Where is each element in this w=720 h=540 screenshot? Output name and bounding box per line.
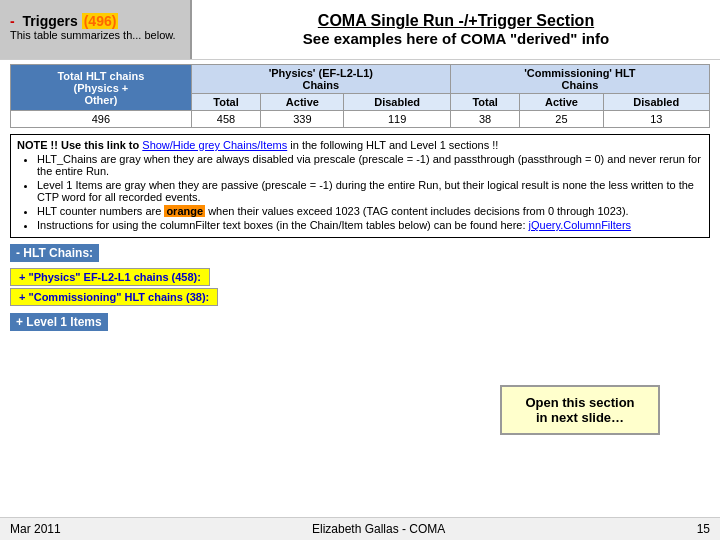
summary-table: Total HLT chains(Physics +Other) 'Physic… (10, 64, 710, 128)
commissioning-chain-item[interactable]: + "Commissioning" HLT chains (38): (10, 288, 218, 306)
note-title: NOTE !! Use this link to (17, 139, 142, 151)
cell-physics-disabled: 119 (344, 111, 450, 128)
triggers-title: - Triggers (496) (10, 13, 180, 29)
orange-label: orange (164, 205, 205, 217)
col-sub-total2: Total (450, 94, 520, 111)
col-sub-disabled2: Disabled (603, 94, 709, 111)
show-hide-link[interactable]: Show/Hide grey Chains/Items (142, 139, 287, 151)
header-title-line1: COMA Single Run -/+Trigger Section (318, 12, 594, 30)
cell-comm-total: 38 (450, 111, 520, 128)
jquery-filters-link[interactable]: jQuery.ColumnFilters (529, 219, 632, 231)
col-header-physics: 'Physics' (EF-L2-L1)Chains (191, 65, 450, 94)
footer-author: Elizabeth Gallas - COMA (312, 522, 445, 536)
top-header: - Triggers (496) This table summarizes t… (0, 0, 720, 60)
top-left-panel: - Triggers (496) This table summarizes t… (0, 0, 190, 59)
note-list: HLT_Chains are gray when they are always… (17, 153, 703, 231)
main-content: Total HLT chains(Physics +Other) 'Physic… (0, 60, 720, 517)
triggers-count: (496) (82, 13, 119, 29)
note-item-2: Level 1 Items are gray when they are pas… (37, 179, 703, 203)
col-header-commissioning: 'Commissioning' HLTChains (450, 65, 709, 94)
footer: Mar 2011 Elizabeth Gallas - COMA 15 (0, 517, 720, 540)
cell-total-hlt: 496 (11, 111, 192, 128)
note-item-4: Instructions for using the columnFilter … (37, 219, 703, 231)
top-right-panel: COMA Single Run -/+Trigger Section See e… (190, 0, 720, 59)
footer-page-number: 15 (697, 522, 710, 536)
col-header-total-hlt: Total HLT chains(Physics +Other) (11, 65, 192, 111)
table-row: 496 458 339 119 38 25 13 (11, 111, 710, 128)
note-item-3: HLT counter numbers are orange when thei… (37, 205, 703, 217)
col-sub-total1: Total (191, 94, 261, 111)
callout-line1: Open this section (514, 395, 646, 410)
note-section: NOTE !! Use this link to Show/Hide grey … (10, 134, 710, 238)
cell-comm-disabled: 13 (603, 111, 709, 128)
footer-date: Mar 2011 (10, 522, 61, 536)
cell-physics-total: 458 (191, 111, 261, 128)
callout-box: Open this section in next slide… (500, 385, 660, 435)
callout-line2: in next slide… (514, 410, 646, 425)
note-rest-text: in the following HLT and Level 1 section… (290, 139, 498, 151)
triggers-text: Triggers (23, 13, 82, 29)
note-item-1: HLT_Chains are gray when they are always… (37, 153, 703, 177)
level1-header: + Level 1 Items (10, 313, 108, 331)
col-sub-active1: Active (261, 94, 344, 111)
col-sub-disabled1: Disabled (344, 94, 450, 111)
summary-intro-text: This table summarizes th... below. (10, 29, 180, 41)
physics-chain-item[interactable]: + "Physics" EF-L2-L1 chains (458): (10, 268, 210, 286)
cell-comm-active: 25 (520, 111, 603, 128)
cell-physics-active: 339 (261, 111, 344, 128)
hlt-chains-header: - HLT Chains: (10, 244, 99, 262)
page-container: - Triggers (496) This table summarizes t… (0, 0, 720, 540)
dash-minus: - (10, 13, 15, 29)
col-sub-active2: Active (520, 94, 603, 111)
level1-section: + Level 1 Items (10, 310, 710, 331)
header-title-line2: See examples here of COMA "derived" info (303, 30, 609, 47)
hlt-chains-section: - HLT Chains: + "Physics" EF-L2-L1 chain… (10, 244, 710, 306)
